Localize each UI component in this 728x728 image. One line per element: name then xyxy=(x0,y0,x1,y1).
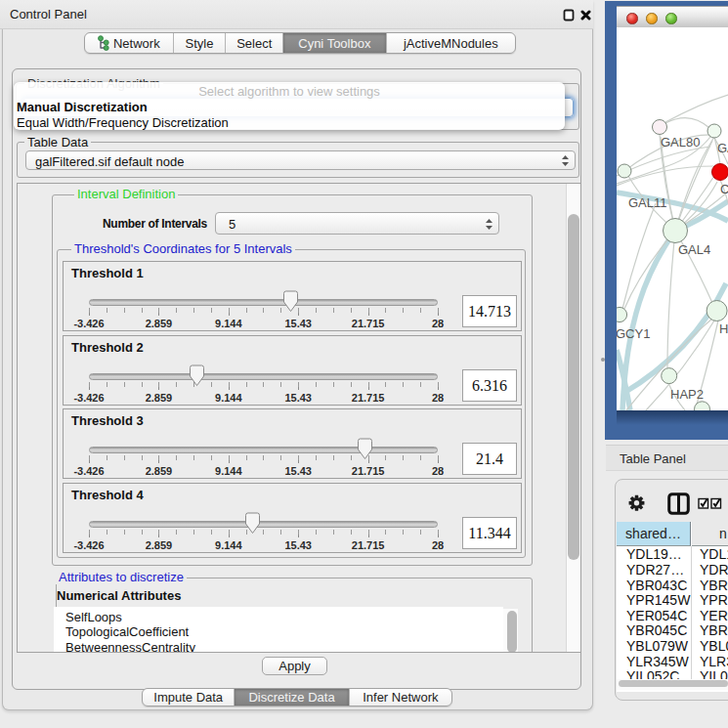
svg-text:C: C xyxy=(720,182,728,196)
svg-text:GAL80: GAL80 xyxy=(661,135,700,150)
svg-text:GA: GA xyxy=(717,141,728,155)
svg-text:GAL11: GAL11 xyxy=(628,195,667,210)
svg-text:HAP2: HAP2 xyxy=(670,387,704,402)
svg-text:GCY1: GCY1 xyxy=(617,326,650,341)
svg-text:H: H xyxy=(719,321,728,336)
svg-text:GAL4: GAL4 xyxy=(678,242,710,257)
